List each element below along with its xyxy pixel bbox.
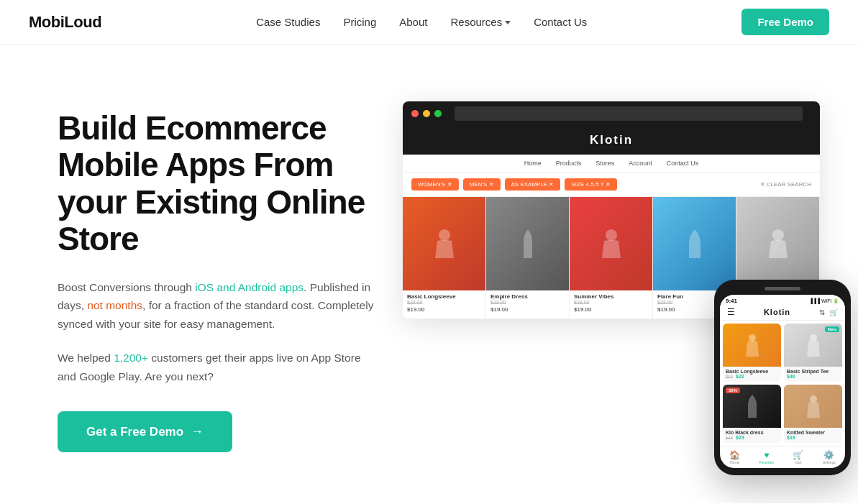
phone-product-info-2: Basic Striped Tee $40 [784, 367, 842, 382]
svg-point-2 [606, 229, 617, 241]
store-nav-contact: Contact Us [667, 160, 699, 167]
home-nav-icon: 🏠 [729, 450, 740, 460]
cart-nav-label: Cart [793, 460, 803, 464]
product-image-2 [486, 197, 569, 290]
svg-point-4 [749, 334, 756, 342]
product-old-price-1: $23.00 [407, 300, 481, 305]
phone-time: 9:41 [726, 298, 737, 304]
product-info-2: Empire Dress $23.00 $19.00 [486, 290, 569, 313]
hero-stat: We helped 1,200+ customers get their app… [58, 349, 374, 385]
free-demo-nav-button[interactable]: Free Demo [741, 9, 829, 35]
phone-product-name-3: Klo Black dress [726, 430, 778, 435]
subtitle-highlight-ios: iOS and Android apps [195, 281, 304, 293]
home-nav-label: Home [729, 460, 740, 464]
product-old-price-2: $23.00 [490, 300, 565, 305]
phone-product-price-3: $23 [736, 435, 744, 440]
cart-nav-icon: 🛒 [793, 450, 803, 460]
sale-badge: 50% [726, 388, 740, 393]
store-name: Klotin [590, 133, 633, 147]
svg-point-6 [810, 395, 817, 403]
battery-icon: 🔋 [833, 298, 839, 304]
phone-product-card-3: 50% Klo Black dress $29 $23 [723, 385, 781, 443]
nav-link-pricing[interactable]: Pricing [343, 16, 376, 28]
product-card-3: Summer Vibes $23.00 $19.00 [570, 197, 653, 319]
brand-logo[interactable]: MobiLoud [29, 13, 101, 32]
filter-bar: WOMEN'S ✕ MEN'S ✕ AS EXAMPLE ✕ SIZE 4-5.… [403, 173, 820, 197]
main-nav: MobiLoud Case Studies Pricing About Reso… [0, 0, 858, 45]
nav-link-contact[interactable]: Contact Us [534, 16, 587, 28]
phone-screen: 9:41 ▐▐▐ WiFi 🔋 ☰ Klotin ⇅ 🛒 [720, 295, 845, 468]
nav-link-case-studies[interactable]: Case Studies [256, 16, 320, 28]
product-old-price-3: $23.00 [574, 300, 648, 305]
phone-product-name-4: Knitted Sweater [787, 430, 839, 435]
product-price-1: $19.00 [407, 306, 481, 313]
phone-header-icons: ⇅ 🛒 [819, 308, 838, 316]
product-card-1: Basic Longsleeve $23.00 $19.00 [403, 197, 486, 319]
hero-left: Build Ecommerce Mobile Apps From your Ex… [58, 110, 403, 453]
product-info-1: Basic Longsleeve $23.00 $19.00 [403, 290, 485, 313]
chevron-down-icon [505, 21, 511, 24]
phone-product-info-1: Basic Longsleeve $32 $22 [723, 367, 781, 382]
filter-chip-women[interactable]: WOMEN'S ✕ [411, 178, 459, 191]
phone-notch [765, 287, 800, 290]
nav-item-about[interactable]: About [399, 16, 427, 29]
signal-icon: ▐▐▐ [809, 298, 820, 303]
cart-icon[interactable]: 🛒 [829, 308, 838, 316]
nav-item-resources[interactable]: Resources [450, 16, 511, 28]
get-free-demo-button[interactable]: Get a Free Demo → [58, 411, 232, 452]
arrow-icon: → [191, 424, 204, 439]
phone-nav-cart[interactable]: 🛒 Cart [793, 450, 803, 464]
product-name-3: Summer Vibes [574, 293, 648, 300]
browser-dot-green [434, 110, 442, 117]
phone-product-old-1: $32 [726, 375, 733, 379]
phone-nav-favorites[interactable]: ♥ Favorites [759, 450, 774, 464]
product-image-5 [736, 197, 819, 290]
subtitle-text-1: Boost Conversions through [58, 281, 195, 293]
product-price-2: $19.00 [490, 306, 565, 313]
nav-link-resources[interactable]: Resources [450, 16, 511, 28]
favorites-nav-icon: ♥ [759, 450, 774, 460]
nav-link-about[interactable]: About [399, 16, 427, 28]
nav-item-contact[interactable]: Contact Us [534, 16, 587, 29]
phone-product-name-1: Basic Longsleeve [726, 369, 778, 374]
svg-point-1 [439, 229, 450, 241]
subtitle-highlight-months: not months [87, 299, 142, 311]
phone-nav-settings[interactable]: ⚙️ Settings [823, 450, 836, 464]
hero-subtitle: Boost Conversions through iOS and Androi… [58, 278, 374, 334]
phone-product-price-2: $40 [787, 374, 839, 379]
settings-nav-label: Settings [823, 460, 836, 464]
store-nav-account: Account [629, 160, 652, 167]
stat-text-1: We helped [58, 352, 114, 364]
stat-highlight: 1,200+ [114, 352, 148, 364]
browser-bar [403, 101, 820, 126]
hero-section: Build Ecommerce Mobile Apps From your Ex… [0, 45, 858, 503]
cta-label: Get a Free Demo [86, 425, 183, 439]
svg-point-3 [772, 229, 784, 241]
phone-product-info-3: Klo Black dress $29 $23 [723, 428, 781, 443]
filter-chip-example[interactable]: AS EXAMPLE ✕ [505, 178, 561, 191]
filter-chip-men[interactable]: MEN'S ✕ [463, 178, 501, 191]
browser-dot-red [411, 110, 419, 117]
phone-product-price-4: $19 [787, 435, 839, 440]
nav-item-case-studies[interactable]: Case Studies [256, 16, 320, 29]
product-card-2: Empire Dress $23.00 $19.00 [486, 197, 570, 319]
store-header: Klotin [403, 126, 820, 155]
new-badge: New [825, 326, 839, 332]
phone-nav-home[interactable]: 🏠 Home [729, 450, 740, 464]
phone-store-logo: Klotin [764, 308, 790, 316]
clear-search[interactable]: ✕ CLEAR SEARCH [760, 181, 811, 188]
phone-product-image-4 [784, 385, 842, 428]
phone-product-card-4: Knitted Sweater $19 [784, 385, 842, 443]
product-name-1: Basic Longsleeve [407, 293, 481, 300]
phone-app-header: ☰ Klotin ⇅ 🛒 [720, 304, 845, 321]
product-image-3 [570, 197, 652, 290]
store-nav-stores: Stores [595, 160, 614, 167]
phone-status-bar: 9:41 ▐▐▐ WiFi 🔋 [720, 295, 845, 304]
svg-point-5 [810, 334, 817, 342]
nav-item-pricing[interactable]: Pricing [343, 16, 376, 29]
filter-chip-size[interactable]: SIZE 4-5.5 T ✕ [565, 178, 616, 191]
sort-icon[interactable]: ⇅ [819, 308, 825, 316]
hamburger-icon[interactable]: ☰ [727, 307, 735, 317]
store-nav-products: Products [556, 160, 582, 167]
phone-mockup: 9:41 ▐▐▐ WiFi 🔋 ☰ Klotin ⇅ 🛒 [714, 280, 851, 475]
